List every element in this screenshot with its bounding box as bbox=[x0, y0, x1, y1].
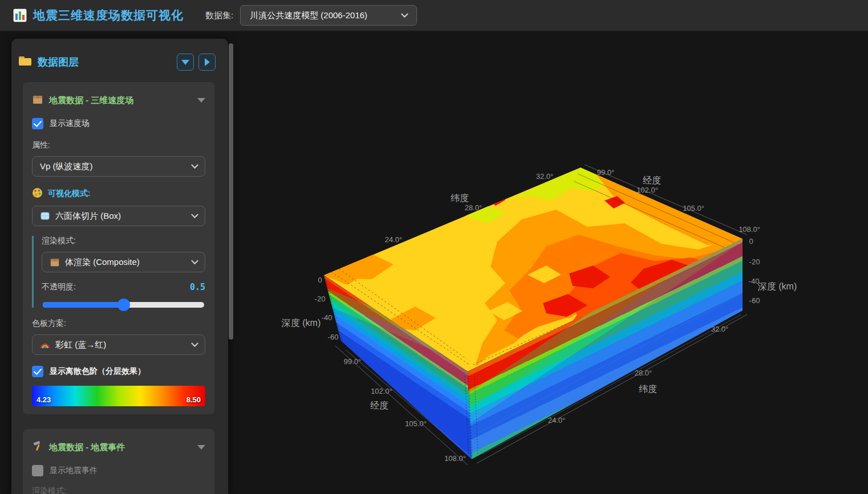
show-velocity-checkbox[interactable] bbox=[32, 118, 43, 129]
axis-tick-label: 0 bbox=[749, 237, 753, 246]
package-icon bbox=[32, 93, 43, 107]
viz-mode-label: 可视化模式: bbox=[48, 189, 91, 199]
opacity-slider[interactable] bbox=[43, 302, 204, 308]
hammer-icon bbox=[32, 440, 43, 454]
collapse-section-icon[interactable] bbox=[197, 445, 205, 450]
axis-tick-label: 105.0° bbox=[405, 419, 427, 428]
render-subsection: 渲染模式: 体渲染 (Composite) 不透明度: 0.5 bbox=[32, 236, 205, 308]
axis-title: 经度 bbox=[643, 175, 661, 185]
axis-tick-label: 105.0° bbox=[683, 204, 704, 213]
render-mode-select[interactable]: 体渲染 (Composite) bbox=[42, 252, 205, 272]
axis-tick-label: 102.0° bbox=[371, 387, 392, 395]
triangle-right-icon bbox=[205, 58, 210, 66]
dataset-label: 数据集: bbox=[205, 10, 233, 21]
page-title: 地震三维速度场数据可视化 bbox=[33, 7, 184, 23]
axis-title: 深度 (km) bbox=[758, 281, 797, 291]
axis-tick-label: 32.0° bbox=[536, 172, 554, 181]
axis-tick-label: -20 bbox=[749, 258, 760, 266]
show-events-row: 显示地震事件 bbox=[32, 465, 205, 476]
axis-tick-label: 32.0° bbox=[711, 325, 729, 333]
events-render-mode-label: 渲染模式: bbox=[32, 486, 205, 494]
opacity-value: 0.5 bbox=[190, 282, 205, 292]
package-icon bbox=[50, 257, 60, 267]
palette-select-value: 彩虹 (蓝→红) bbox=[55, 340, 106, 350]
axis-tick-label: 108.0° bbox=[444, 454, 466, 463]
render-mode-select-value: 体渲染 (Composite) bbox=[65, 257, 140, 268]
collapse-panel-button[interactable] bbox=[177, 54, 194, 71]
axis-title: 深度 (km) bbox=[282, 318, 321, 328]
axis-tick-label: -60 bbox=[749, 296, 760, 305]
panel-scrollbar[interactable] bbox=[229, 43, 233, 340]
opacity-row: 不透明度: 0.5 bbox=[42, 282, 205, 292]
axis-tick-label: 28.0° bbox=[635, 369, 652, 377]
bar-chart-icon bbox=[13, 8, 27, 23]
viz-mode-select-value: 六面体切片 (Box) bbox=[55, 211, 121, 222]
section-velocity-header[interactable]: 地震数据 - 三维速度场 bbox=[32, 90, 205, 107]
attribute-label: 属性: bbox=[32, 140, 205, 150]
axis-tick-label: 102.0° bbox=[636, 186, 658, 194]
axis-tick-label: 24.0° bbox=[548, 416, 566, 424]
section-title: 地震数据 - 地震事件 bbox=[49, 442, 125, 453]
section-title: 地震数据 - 三维速度场 bbox=[49, 95, 133, 106]
axis-tick-label: 0 bbox=[318, 276, 322, 284]
triangle-down-icon bbox=[181, 60, 189, 65]
render-mode-label: 渲染模式: bbox=[42, 236, 205, 246]
section-events-header[interactable]: 地震数据 - 地震事件 bbox=[32, 437, 205, 454]
colorbar: 4.23 8.50 bbox=[32, 386, 205, 406]
chevron-down-icon bbox=[191, 257, 198, 264]
section-velocity-field: 地震数据 - 三维速度场 显示速度场 属性: Vp (纵波速度) 可视化模 bbox=[23, 82, 214, 414]
axis-tick-label: -20 bbox=[315, 295, 326, 303]
panel-title: 数据图层 bbox=[38, 55, 79, 69]
axis-tick-label: 28.0° bbox=[465, 203, 482, 212]
cube-icon bbox=[40, 211, 50, 221]
colorbar-min-value: 4.23 bbox=[36, 395, 51, 404]
show-events-label: 显示地震事件 bbox=[50, 466, 98, 476]
discrete-steps-row: 显示离散色阶（分层效果） bbox=[32, 366, 205, 377]
show-events-checkbox[interactable] bbox=[32, 465, 43, 476]
collapse-section-icon[interactable] bbox=[197, 98, 205, 103]
panel-header: 数据图层 bbox=[11, 39, 228, 82]
attribute-select[interactable]: Vp (纵波速度) bbox=[32, 156, 205, 177]
data-layers-panel: 数据图层 地震数据 - 三维速度场 显示速度场 属性: bbox=[11, 39, 228, 494]
colorbar-max-value: 8.50 bbox=[186, 395, 201, 404]
axis-tick-label: 99.0° bbox=[597, 168, 615, 177]
axis-tick-label: 24.0° bbox=[385, 235, 403, 244]
palette-icon bbox=[32, 187, 43, 200]
show-velocity-label: 显示速度场 bbox=[50, 119, 90, 129]
chevron-down-icon bbox=[401, 10, 408, 18]
chevron-down-icon bbox=[191, 211, 198, 218]
show-velocity-row: 显示速度场 bbox=[32, 118, 205, 129]
opacity-slider-fill bbox=[43, 302, 124, 308]
axis-tick-label: -60 bbox=[328, 333, 339, 341]
section-seismic-events: 地震数据 - 地震事件 显示地震事件 渲染模式: bbox=[23, 429, 214, 494]
attribute-select-value: Vp (纵波速度) bbox=[40, 161, 93, 172]
axis-tick-label: 108.0° bbox=[739, 225, 760, 234]
viz-mode-select[interactable]: 六面体切片 (Box) bbox=[32, 206, 205, 226]
palette-label: 色板方案: bbox=[32, 319, 205, 329]
chevron-down-icon bbox=[191, 161, 198, 169]
axis-tick-label: 99.0° bbox=[344, 357, 362, 366]
opacity-slider-thumb[interactable] bbox=[117, 299, 130, 311]
rainbow-icon bbox=[40, 341, 50, 349]
axis-title: 纬度 bbox=[451, 193, 469, 203]
axis-title: 经度 bbox=[370, 401, 388, 410]
axis-tick-label: -40 bbox=[322, 313, 332, 322]
palette-select[interactable]: 彩虹 (蓝→红) bbox=[32, 334, 205, 355]
chevron-down-icon bbox=[191, 340, 198, 347]
viz-mode-label-row: 可视化模式: bbox=[32, 187, 205, 200]
dataset-select-value: 川滇公共速度模型 (2006-2016) bbox=[250, 10, 367, 21]
discrete-steps-checkbox[interactable] bbox=[32, 366, 43, 377]
axis-title: 纬度 bbox=[639, 384, 657, 394]
expand-panel-button[interactable] bbox=[198, 54, 216, 71]
dataset-select[interactable]: 川滇公共速度模型 (2006-2016) bbox=[240, 5, 417, 26]
discrete-steps-label: 显示离散色阶（分层效果） bbox=[50, 366, 145, 377]
opacity-label: 不透明度: bbox=[42, 282, 76, 292]
app-header: 地震三维速度场数据可视化 数据集: 川滇公共速度模型 (2006-2016) bbox=[0, 0, 868, 31]
folder-icon bbox=[18, 55, 32, 69]
